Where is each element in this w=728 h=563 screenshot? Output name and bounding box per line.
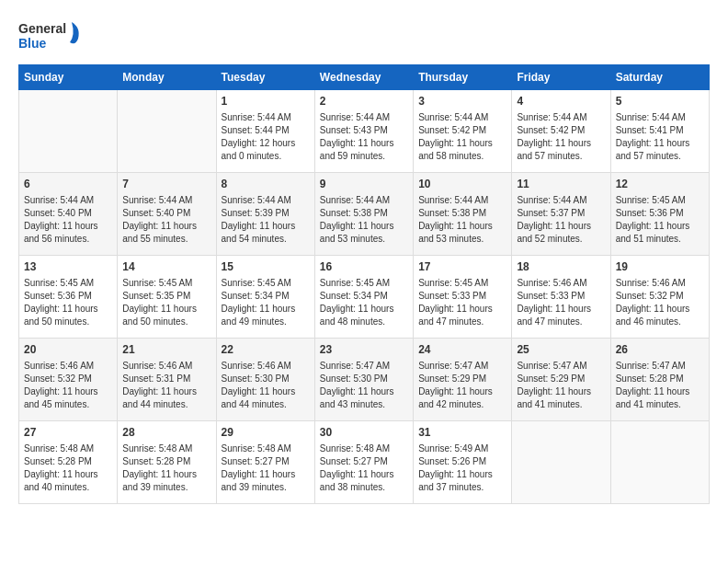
cell-content: Sunrise: 5:44 AMSunset: 5:43 PMDaylight:… [320, 111, 408, 163]
cell-line: Sunrise: 5:44 AM [517, 112, 586, 122]
cell-line: Sunrise: 5:47 AM [418, 361, 488, 371]
cell-line: Sunset: 5:44 PM [222, 125, 290, 135]
cell-line: Daylight: 11 hours and 44 minutes. [122, 386, 197, 409]
cell-line: Daylight: 11 hours and 44 minutes. [222, 386, 296, 409]
calendar-cell: 26Sunrise: 5:47 AMSunset: 5:28 PMDayligh… [610, 339, 709, 421]
cell-line: Sunrise: 5:48 AM [320, 443, 390, 454]
page-container: GeneralBlue SundayMondayTuesdayWednesday… [0, 0, 728, 513]
cell-content: Sunrise: 5:46 AMSunset: 5:32 PMDaylight:… [24, 360, 112, 411]
cell-line: Sunset: 5:39 PM [222, 208, 290, 218]
calendar-table: SundayMondayTuesdayWednesdayThursdayFrid… [18, 64, 710, 504]
cell-content: Sunrise: 5:44 AMSunset: 5:42 PMDaylight:… [418, 111, 506, 163]
cell-line: Sunrise: 5:45 AM [122, 278, 192, 288]
cell-content: Sunrise: 5:47 AMSunset: 5:29 PMDaylight:… [418, 360, 506, 411]
calendar-cell: 16Sunrise: 5:45 AMSunset: 5:34 PMDayligh… [314, 256, 413, 339]
day-number: 30 [320, 425, 408, 441]
calendar-cell: 12Sunrise: 5:45 AMSunset: 5:36 PMDayligh… [610, 173, 709, 256]
cell-line: Daylight: 11 hours and 49 minutes. [222, 304, 296, 327]
day-number: 7 [122, 177, 210, 192]
day-number: 22 [222, 342, 310, 358]
cell-line: Sunset: 5:32 PM [24, 373, 92, 384]
cell-line: Daylight: 11 hours and 50 minutes. [122, 304, 197, 327]
cell-line: Daylight: 11 hours and 58 minutes. [418, 138, 493, 161]
header-cell-sunday: Sunday [19, 65, 118, 90]
cell-line: Daylight: 11 hours and 39 minutes. [122, 469, 197, 492]
cell-content: Sunrise: 5:44 AMSunset: 5:44 PMDaylight:… [222, 111, 310, 163]
day-number: 6 [24, 177, 112, 192]
cell-line: Sunset: 5:27 PM [222, 456, 290, 466]
calendar-cell: 30Sunrise: 5:48 AMSunset: 5:27 PMDayligh… [314, 421, 413, 504]
cell-line: Sunrise: 5:44 AM [122, 195, 192, 205]
cell-content: Sunrise: 5:45 AMSunset: 5:34 PMDaylight:… [320, 277, 408, 328]
cell-line: Sunset: 5:33 PM [418, 291, 486, 301]
cell-line: Sunrise: 5:44 AM [24, 195, 94, 205]
calendar-cell: 23Sunrise: 5:47 AMSunset: 5:30 PMDayligh… [314, 339, 413, 421]
cell-content: Sunrise: 5:44 AMSunset: 5:39 PMDaylight:… [222, 194, 310, 246]
cell-content: Sunrise: 5:45 AMSunset: 5:33 PMDaylight:… [418, 277, 506, 328]
day-number: 25 [517, 342, 605, 358]
day-number: 17 [418, 259, 506, 275]
cell-line: Sunset: 5:27 PM [320, 456, 388, 466]
cell-line: Daylight: 11 hours and 38 minutes. [320, 469, 394, 492]
cell-line: Daylight: 11 hours and 41 minutes. [616, 386, 690, 409]
calendar-cell: 20Sunrise: 5:46 AMSunset: 5:32 PMDayligh… [19, 339, 118, 421]
svg-text:General: General [18, 21, 66, 36]
calendar-cell: 11Sunrise: 5:44 AMSunset: 5:37 PMDayligh… [512, 173, 610, 256]
cell-line: Daylight: 11 hours and 43 minutes. [320, 386, 394, 409]
cell-line: Daylight: 11 hours and 52 minutes. [517, 221, 591, 244]
calendar-cell: 18Sunrise: 5:46 AMSunset: 5:33 PMDayligh… [512, 256, 610, 339]
day-number: 15 [222, 259, 310, 275]
cell-line: Daylight: 11 hours and 39 minutes. [222, 469, 296, 492]
cell-line: Daylight: 11 hours and 56 minutes. [24, 221, 98, 244]
cell-line: Sunset: 5:34 PM [320, 291, 388, 301]
cell-line: Sunrise: 5:45 AM [418, 278, 488, 288]
calendar-week-1: 1Sunrise: 5:44 AMSunset: 5:44 PMDaylight… [19, 90, 710, 173]
cell-line: Daylight: 12 hours and 0 minutes. [222, 138, 296, 161]
header-cell-saturday: Saturday [610, 65, 709, 90]
cell-line: Sunset: 5:37 PM [517, 208, 585, 218]
header-cell-tuesday: Tuesday [216, 65, 314, 90]
cell-line: Daylight: 11 hours and 54 minutes. [222, 221, 296, 244]
cell-line: Daylight: 11 hours and 53 minutes. [320, 221, 394, 244]
cell-line: Sunrise: 5:45 AM [222, 278, 291, 288]
cell-line: Sunset: 5:26 PM [418, 456, 486, 466]
cell-line: Sunrise: 5:46 AM [517, 278, 586, 288]
cell-content: Sunrise: 5:45 AMSunset: 5:35 PMDaylight:… [122, 277, 210, 328]
logo-svg: GeneralBlue [18, 18, 92, 55]
calendar-cell: 31Sunrise: 5:49 AMSunset: 5:26 PMDayligh… [414, 421, 512, 504]
header-cell-wednesday: Wednesday [314, 65, 413, 90]
calendar-cell: 2Sunrise: 5:44 AMSunset: 5:43 PMDaylight… [314, 90, 413, 173]
calendar-week-4: 20Sunrise: 5:46 AMSunset: 5:32 PMDayligh… [19, 339, 710, 421]
calendar-cell: 17Sunrise: 5:45 AMSunset: 5:33 PMDayligh… [414, 256, 512, 339]
calendar-cell: 13Sunrise: 5:45 AMSunset: 5:36 PMDayligh… [19, 256, 118, 339]
day-number: 2 [320, 94, 408, 109]
cell-line: Sunset: 5:43 PM [320, 125, 388, 135]
calendar-cell: 3Sunrise: 5:44 AMSunset: 5:42 PMDaylight… [414, 90, 512, 173]
cell-line: Sunset: 5:42 PM [517, 125, 585, 135]
cell-line: Sunrise: 5:44 AM [418, 195, 488, 205]
cell-line: Sunrise: 5:47 AM [616, 361, 686, 371]
cell-line: Sunrise: 5:44 AM [320, 112, 390, 122]
cell-line: Sunrise: 5:48 AM [24, 443, 94, 454]
svg-text:Blue: Blue [18, 36, 47, 51]
cell-line: Sunset: 5:35 PM [122, 291, 190, 301]
cell-line: Sunset: 5:28 PM [616, 373, 684, 384]
calendar-cell [118, 90, 216, 173]
day-number: 1 [222, 94, 310, 109]
calendar-cell: 4Sunrise: 5:44 AMSunset: 5:42 PMDaylight… [512, 90, 610, 173]
cell-content: Sunrise: 5:44 AMSunset: 5:41 PMDaylight:… [616, 111, 704, 163]
cell-line: Daylight: 11 hours and 50 minutes. [24, 304, 98, 327]
calendar-cell: 5Sunrise: 5:44 AMSunset: 5:41 PMDaylight… [610, 90, 709, 173]
cell-content: Sunrise: 5:45 AMSunset: 5:34 PMDaylight:… [222, 277, 310, 328]
calendar-cell [610, 421, 709, 504]
calendar-cell: 7Sunrise: 5:44 AMSunset: 5:40 PMDaylight… [118, 173, 216, 256]
calendar-cell: 8Sunrise: 5:44 AMSunset: 5:39 PMDaylight… [216, 173, 314, 256]
day-number: 10 [418, 177, 506, 192]
cell-line: Sunset: 5:31 PM [122, 373, 190, 384]
day-number: 31 [418, 425, 506, 441]
day-number: 26 [616, 342, 704, 358]
cell-line: Sunset: 5:30 PM [320, 373, 388, 384]
cell-line: Sunrise: 5:48 AM [222, 443, 291, 454]
cell-content: Sunrise: 5:48 AMSunset: 5:28 PMDaylight:… [122, 442, 210, 494]
calendar-cell: 19Sunrise: 5:46 AMSunset: 5:32 PMDayligh… [610, 256, 709, 339]
